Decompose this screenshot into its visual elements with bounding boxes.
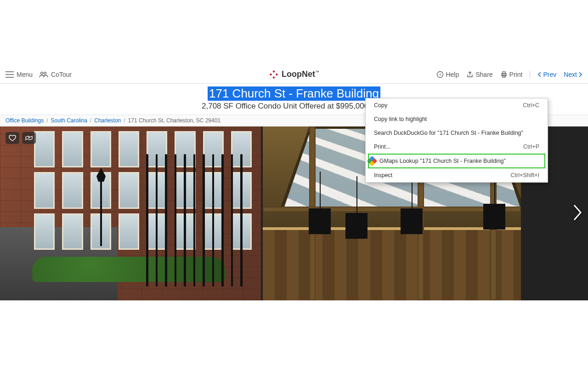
ctx-inspect[interactable]: Inspect Ctrl+Shift+I xyxy=(366,168,548,182)
ctx-print-label: Print... xyxy=(374,144,390,150)
crumb-state[interactable]: South Carolina xyxy=(51,117,87,124)
share-icon xyxy=(466,71,474,78)
ctx-search-ddg[interactable]: Search DuckDuckGo for "171 Church St - F… xyxy=(366,126,548,140)
share-label: Share xyxy=(475,71,492,78)
crumb-sep: / xyxy=(46,117,48,124)
ctx-gmaps-label: GMaps Lookup "171 Church St - Franke Bui… xyxy=(379,158,506,164)
share-link[interactable]: Share xyxy=(466,71,492,78)
ctx-search-label: Search DuckDuckGo for "171 Church St - F… xyxy=(374,130,523,136)
svg-point-0 xyxy=(41,72,43,74)
ctx-inspect-label: Inspect xyxy=(374,172,392,178)
crumb-city[interactable]: Charleston xyxy=(94,117,121,124)
svg-text:?: ? xyxy=(439,72,441,77)
print-link[interactable]: Print xyxy=(500,71,523,78)
ctx-copy-link-label: Copy link to highlight xyxy=(374,116,427,122)
ctx-copy-shortcut: Ctrl+C xyxy=(523,102,539,109)
ctx-gmaps-lookup[interactable]: GMaps Lookup "171 Church St - Franke Bui… xyxy=(366,154,548,168)
brand-logo[interactable]: LoopNet™ xyxy=(269,69,319,80)
print-icon xyxy=(500,71,508,78)
cotour-label: CoTour xyxy=(51,71,72,78)
topbar-right: ? Help Share Print Prev Next xyxy=(436,71,582,78)
photo-content xyxy=(96,168,106,246)
favorite-button[interactable] xyxy=(6,132,19,144)
heart-icon xyxy=(9,135,16,141)
prev-link[interactable]: Prev xyxy=(537,71,556,78)
svg-point-7 xyxy=(28,137,30,138)
divider xyxy=(530,71,530,78)
gallery-photo-exterior[interactable] xyxy=(0,126,261,300)
topbar-left: Menu CoTour xyxy=(6,71,72,78)
context-menu: Copy Ctrl+C Copy link to highlight Searc… xyxy=(365,98,548,183)
hamburger-icon xyxy=(6,71,14,78)
photo-content xyxy=(345,213,368,239)
browser-chrome-whitespace xyxy=(0,0,588,65)
ctx-inspect-shortcut: Ctrl+Shift+I xyxy=(510,172,539,178)
chevron-left-icon xyxy=(537,72,542,77)
photo-content xyxy=(401,208,423,234)
crumb-sep: / xyxy=(90,117,91,124)
cotour-button[interactable]: CoTour xyxy=(39,71,72,78)
google-maps-icon xyxy=(367,156,378,167)
photo-content xyxy=(309,208,331,234)
gallery-next-button[interactable] xyxy=(570,201,585,225)
brand-label: LoopNet™ xyxy=(282,69,319,79)
help-icon: ? xyxy=(436,71,444,78)
crumb-office-buildings[interactable]: Office Buildings xyxy=(6,117,44,124)
map-button[interactable] xyxy=(22,132,36,144)
ctx-print-shortcut: Ctrl+P xyxy=(523,144,539,150)
crumb-current: 171 Church St, Charleston, SC 29401 xyxy=(128,117,220,124)
help-link[interactable]: ? Help xyxy=(436,71,459,78)
ctx-copy[interactable]: Copy Ctrl+C xyxy=(366,98,548,112)
chevron-right-icon xyxy=(572,204,582,221)
svg-point-1 xyxy=(44,72,46,74)
people-icon xyxy=(39,71,48,78)
top-bar: Menu CoTour LoopNet™ ? Help Share Print xyxy=(0,65,588,84)
ctx-copy-link[interactable]: Copy link to highlight xyxy=(366,112,548,126)
next-link[interactable]: Next xyxy=(564,71,582,78)
help-label: Help xyxy=(446,71,459,78)
menu-label: Menu xyxy=(17,71,33,78)
photo-content xyxy=(146,154,243,287)
ctx-copy-label: Copy xyxy=(374,102,387,109)
chevron-right-icon xyxy=(578,72,582,77)
loopnet-logo-icon xyxy=(269,69,279,80)
prev-label: Prev xyxy=(543,71,556,78)
svg-rect-5 xyxy=(503,72,505,74)
photo-content xyxy=(483,204,505,230)
print-label: Print xyxy=(509,71,523,78)
listing-title-selected[interactable]: 171 Church St - Franke Building xyxy=(208,86,380,101)
ctx-print[interactable]: Print... Ctrl+P xyxy=(366,140,548,154)
gallery-overlay-buttons xyxy=(6,132,36,144)
menu-button[interactable]: Menu xyxy=(6,71,33,78)
crumb-sep: / xyxy=(124,117,125,124)
map-pin-icon xyxy=(25,134,33,142)
next-label: Next xyxy=(564,71,577,78)
